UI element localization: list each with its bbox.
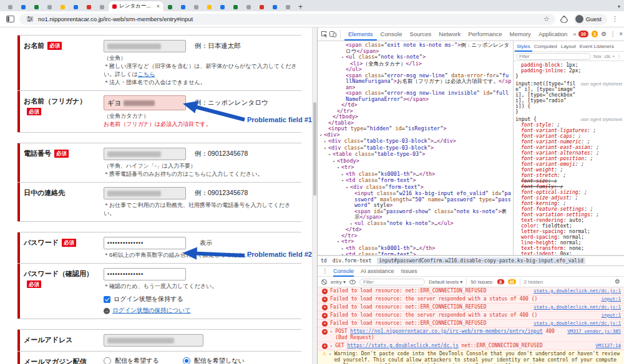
source-link[interactable]: stats.g.doubleclick.net/dc.js:1 [530,288,621,294]
tab-search-icon[interactable]: ▾ [618,4,620,11]
dom-tree-line[interactable]: <input class="w216 ks-big-input efo_vali… [318,191,513,209]
browser-tab[interactable] [163,2,177,11]
browser-menu-icon[interactable]: ⋮ [612,15,618,23]
css-property[interactable]: font-variation-settings: ; [515,212,622,218]
styles-tab-computed[interactable]: Computed [532,41,559,52]
devtools-error-badge[interactable]: 10 [578,31,588,37]
furigana-input[interactable]: ギヨ [104,95,186,110]
phone-input[interactable] [104,148,186,160]
browser-tab[interactable] [229,2,242,11]
source-link[interactable]: input:1 [597,312,621,318]
css-property[interactable]: word-spacing: normal; [515,234,622,240]
new-style-rule-icon[interactable]: + [612,54,615,59]
extensions-puzzle-icon[interactable] [560,14,569,24]
styles-filter-input[interactable]: Filter [516,53,591,60]
tab-close-icon[interactable]: × [157,4,160,9]
css-property[interactable]: font-optical-sizing: ; [515,189,622,195]
css-property[interactable]: padding-inline: 2px; [515,68,622,74]
devtools-tab-performance[interactable]: Performance [464,27,505,41]
bookmark-star-icon[interactable]: ☆ [544,16,550,22]
css-property[interactable]: text-indent: 0px; [515,251,622,255]
devtools-tab-network[interactable]: Network [435,27,464,41]
dom-tree-line[interactable]: <span class="exit note ks-note ms-">例：ニッ… [318,42,513,54]
browser-tab[interactable] [69,2,82,11]
browser-tab[interactable] [281,2,295,11]
drawer-tab-issues[interactable]: Issues [401,266,417,277]
password-input[interactable]: •••••••••••••• [104,237,186,249]
daytime-contact-input[interactable] [104,187,186,199]
css-property[interactable]: font-variant-ligatures: ; [515,128,622,133]
expand-icon[interactable]: ▸ [329,351,331,357]
browser-tab[interactable] [242,2,255,11]
css-property[interactable]: font-variant-alternates: ; [515,150,622,156]
keep-login-checkbox[interactable] [104,296,110,303]
scrollbar-thumb[interactable] [313,102,316,196]
inspect-element-icon[interactable] [321,29,328,39]
source-link[interactable]: VM1127:14 [592,343,621,349]
js-context-select[interactable]: entry ▾ [331,279,346,285]
browser-tab[interactable] [95,2,109,11]
email-input[interactable] [104,334,203,347]
css-property[interactable]: font-variant-emoji: ; [515,161,622,167]
styles-more-icon[interactable]: ⋮ [617,54,622,59]
css-property[interactable]: font-variant-caps: ; [515,133,622,139]
page-scrollbar[interactable] [312,27,317,364]
issues-label[interactable]: 50 Issues: [470,279,493,285]
expand-icon[interactable]: ▸ [330,343,333,349]
dom-tree-line[interactable]: <input type="hidden" id="isRegister"> [318,126,513,132]
console-link[interactable]: https://stats.g.doubleclick.net/dc.js [347,343,458,348]
show-password-button[interactable]: 表示 [200,239,212,247]
expand-icon[interactable]: ▸ [330,328,333,335]
devtools-tab-memory[interactable]: Memory [506,27,535,41]
devtools-menu-icon[interactable]: ⋮ [610,31,616,37]
devtools-tab-sources[interactable]: Sources [406,27,435,41]
source-link[interactable]: input:1 [597,296,621,302]
styles-tab-styles[interactable]: Styles [515,41,532,52]
devtools-tab-elements[interactable]: Elements [344,27,377,41]
address-bar[interactable]: no1.nipponrentacar.co.jp/irc-web/srm-mem… [19,14,555,25]
console-link[interactable]: https://no1.nipponrentacar.co.jp/irc-web… [350,328,542,334]
dom-tree-line[interactable]: <span class="error-msg new-line" data-er… [318,73,513,91]
keep-login-info-link[interactable]: ログイン状態の保持について [112,307,191,315]
browser-tab[interactable] [4,2,17,11]
name-input[interactable] [104,40,186,52]
source-link[interactable]: VM317 vendor.js:385 [563,328,621,335]
live-expression-icon[interactable] [349,280,356,284]
drawer-tab-ai-assistance[interactable]: AI assistance [361,266,394,277]
css-property[interactable]: letter-spacing: normal; [515,229,622,234]
css-property[interactable]: font-size: ; [515,178,622,184]
css-property[interactable]: font-variant-numeric: ; [515,139,622,145]
browser-tab[interactable] [177,2,190,11]
css-property[interactable]: font-kerning: ; [515,201,622,206]
browser-tab[interactable] [43,2,56,11]
css-property[interactable]: line-height: normal; [515,240,622,246]
issues-error-count[interactable]: 8 [497,279,504,284]
new-tab-button[interactable]: + [298,3,303,11]
more-tabs-icon[interactable]: » [573,31,576,37]
log-level-select[interactable]: Default levels ▾ [429,279,462,285]
radio-no-subscribe[interactable] [183,357,190,364]
browser-tab[interactable] [255,2,268,11]
dom-tree-line[interactable]: <span class="error-msg new-line invisibl… [318,90,513,102]
breadcrumb-item[interactable]: td [321,258,327,264]
devtools-tab-application[interactable]: Application [535,27,571,41]
details-link[interactable]: こちら [138,71,155,77]
active-tab[interactable]: レンタカー... × [109,1,163,11]
css-property[interactable]: padding-block: 1px; [515,62,622,68]
css-property[interactable]: font-weight: ; [515,167,622,173]
console-settings-icon[interactable]: ⚙ [615,279,620,285]
drawer-menu-icon[interactable]: ⋮ [322,268,328,274]
browser-tab[interactable] [30,2,43,11]
dom-tree-line[interactable]: <span id="password-show" class="note ks-… [318,209,513,221]
source-link[interactable]: stats.g.doubleclick.net/dc.js:1 [530,304,621,310]
issues-warning-count[interactable]: 49 [508,279,516,284]
dom-tree-line[interactable]: ▾<td class="form-text"> [318,252,513,255]
site-settings-icon[interactable] [25,14,34,24]
devtools-tab-console[interactable]: Console [377,27,406,41]
css-property[interactable]: color: fieldtext; [515,223,622,229]
css-property[interactable]: font-feature-settings: ; [515,206,622,212]
drawer-tab-console[interactable]: Console [333,266,354,277]
css-property[interactable]: font-variant-east-asian: ; [515,145,622,150]
browser-tab[interactable] [203,2,216,11]
breadcrumb-item[interactable]: input#passwordConfirm.w216.disable-copy-… [377,257,585,264]
